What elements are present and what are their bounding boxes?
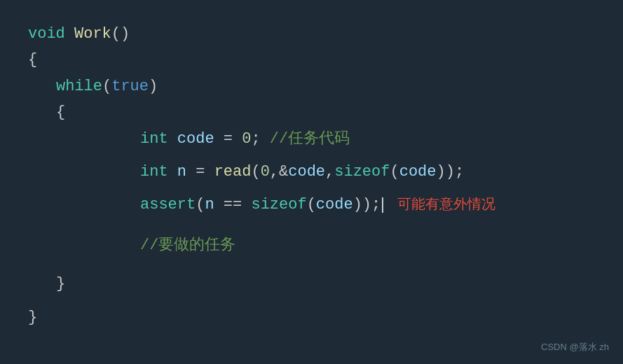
paren-open-4: (: [196, 192, 205, 218]
paren-open: (: [102, 74, 111, 99]
code-block: void Work () { while ( true ) { int code…: [0, 0, 623, 351]
ampersand: &: [279, 159, 288, 185]
paren-close-3: ));: [437, 159, 465, 185]
space: [168, 159, 177, 185]
parens: (): [111, 21, 130, 47]
paren-open-5: (: [307, 192, 316, 218]
paren-close-5: ));: [353, 192, 381, 218]
line-while: while ( true ): [28, 74, 595, 99]
line-assert: assert ( n == sizeof ( code )); 可能有意外情况: [28, 192, 595, 218]
text-cursor: [382, 197, 383, 213]
line-blank-2: [28, 185, 595, 192]
line-blank-1: [28, 152, 595, 159]
func-read: read: [214, 159, 252, 185]
keyword-while: while: [56, 74, 102, 99]
num-zero-2: 0: [261, 159, 270, 185]
keyword-void: void: [28, 21, 65, 47]
line-comment-task: //要做的任务: [28, 232, 595, 258]
line-brace-open-1: {: [28, 47, 595, 73]
eq-op: ==: [214, 192, 252, 218]
func-name: Work: [74, 21, 111, 47]
line-int-code: int code = 0 ; //任务代码: [28, 126, 595, 152]
line-blank-3: [28, 218, 595, 225]
comment-todo: //要做的任务: [140, 232, 235, 258]
comma2: ,: [325, 159, 334, 185]
comment-task-code: //任务代码: [261, 126, 350, 152]
watermark: CSDN @落水 zh: [541, 341, 609, 354]
keyword-sizeof-1: sizeof: [334, 159, 390, 185]
var-n-2: n: [205, 192, 214, 218]
keyword-int-2: int: [140, 159, 168, 185]
brace: }: [28, 304, 37, 330]
comma1: ,: [270, 159, 279, 185]
line-brace-open-2: {: [28, 99, 595, 125]
brace: }: [56, 271, 65, 297]
paren-open-2: (: [251, 159, 260, 185]
assign-op: =: [214, 126, 242, 152]
line-brace-close-1: }: [28, 271, 595, 297]
var-code-2: code: [288, 159, 325, 185]
keyword-assert: assert: [140, 192, 196, 218]
line-blank-4: [28, 225, 595, 232]
keyword-true: true: [111, 74, 149, 99]
var-code: code: [177, 126, 214, 152]
line-void-work: void Work (): [28, 21, 595, 47]
paren-open-3: (: [390, 159, 399, 185]
keyword-sizeof-2: sizeof: [251, 192, 306, 218]
line-blank-6: [28, 298, 595, 304]
assign-op-2: =: [186, 159, 214, 185]
num-zero: 0: [242, 126, 251, 152]
space: [65, 21, 74, 47]
keyword-int-1: int: [140, 126, 168, 152]
paren-close: ): [149, 74, 158, 99]
annotation-text: 可能有意外情况: [397, 193, 495, 217]
line-brace-close-2: }: [28, 304, 595, 330]
var-code-4: code: [316, 192, 353, 218]
var-n: n: [177, 159, 186, 185]
semicolon: ;: [251, 126, 260, 152]
brace: {: [28, 47, 37, 73]
space: [168, 126, 177, 152]
var-code-3: code: [399, 159, 437, 185]
line-blank-5: [28, 258, 595, 271]
brace: {: [56, 99, 65, 125]
line-int-n: int n = read ( 0 , & code , sizeof ( cod…: [28, 159, 595, 185]
